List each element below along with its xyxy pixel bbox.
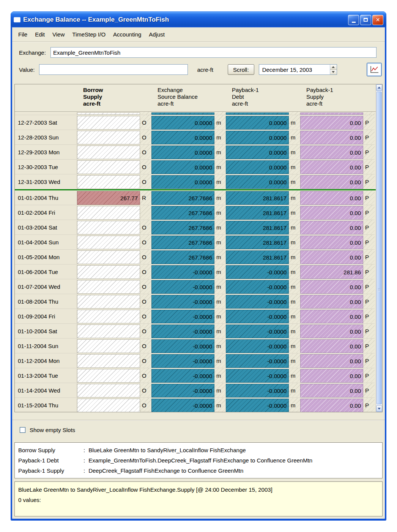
column-header-payback1-debt[interactable]: Payback-1 Debt acre-ft [226, 84, 300, 111]
payback1-supply-cell[interactable]: 0.00 [300, 384, 363, 397]
scroll-up-button[interactable] [376, 84, 382, 91]
row-date-header[interactable]: 01-01-2004 Thu [15, 190, 77, 205]
payback1-debt-cell[interactable]: -0.0000 [226, 325, 289, 338]
datetime-spin-up-button[interactable] [330, 65, 337, 70]
borrow-supply-cell[interactable] [77, 369, 140, 383]
row-date-header[interactable]: 01-03-2004 Sat [15, 220, 77, 235]
borrow-supply-cell[interactable] [77, 221, 140, 234]
row-date-header[interactable]: 01-14-2004 Wed [15, 383, 77, 398]
table-scrollbar[interactable] [376, 84, 382, 412]
payback1-debt-cell[interactable]: -0.0000 [226, 339, 289, 353]
payback1-debt-cell[interactable]: 281.8617 [226, 206, 289, 220]
exchange-input[interactable] [50, 47, 377, 58]
borrow-supply-cell[interactable] [77, 160, 140, 174]
menu-item-view[interactable]: View [49, 30, 68, 39]
exchange-source-balance-cell[interactable]: -0.0000 [151, 265, 214, 279]
exchange-source-balance-cell[interactable]: -0.0000 [151, 280, 214, 294]
plot-button[interactable] [367, 63, 382, 76]
row-date-header[interactable]: 12-28-2003 Sun [15, 130, 77, 145]
payback1-supply-cell[interactable]: 0.00 [300, 280, 363, 294]
borrow-supply-cell[interactable] [77, 399, 140, 412]
payback1-supply-cell[interactable]: 0.00 [300, 160, 363, 174]
exchange-source-balance-cell[interactable]: 267.7686 [151, 250, 214, 264]
exchange-source-balance-cell[interactable]: -0.0000 [151, 384, 214, 397]
row-date-header[interactable]: 01-06-2004 Tue [15, 264, 77, 279]
close-button[interactable]: ✕ [372, 15, 383, 25]
show-empty-slots-checkbox[interactable] [20, 427, 25, 433]
minimize-button[interactable] [348, 15, 359, 25]
exchange-source-balance-cell[interactable]: 0.0000 [151, 116, 214, 130]
row-date-header[interactable]: 12-30-2003 Tue [15, 160, 77, 174]
payback1-supply-cell[interactable]: 0.00 [300, 206, 363, 220]
payback1-debt-cell[interactable]: -0.0000 [226, 399, 289, 412]
borrow-supply-cell[interactable] [77, 206, 140, 220]
payback1-debt-cell[interactable]: 281.8617 [226, 191, 289, 205]
exchange-source-balance-cell[interactable]: -0.0000 [151, 339, 214, 353]
datetime-value[interactable]: December 15, 2003 [259, 65, 330, 74]
payback1-debt-cell[interactable]: -0.0000 [226, 369, 289, 383]
row-date-header[interactable]: 12-31-2003 Wed [15, 174, 77, 189]
exchange-source-balance-cell[interactable]: 0.0000 [151, 175, 214, 189]
payback1-supply-cell[interactable]: 0.00 [300, 339, 363, 353]
borrow-supply-cell[interactable] [77, 354, 140, 368]
payback1-supply-cell[interactable]: 0.00 [300, 131, 363, 144]
payback1-debt-cell[interactable]: -0.0000 [226, 295, 289, 309]
column-header-borrow-supply[interactable]: Borrow Supply acre-ft [77, 84, 151, 111]
menu-item-adjust[interactable]: Adjust [145, 30, 169, 39]
payback1-supply-cell[interactable]: 0.00 [300, 325, 363, 338]
payback1-debt-cell[interactable]: 0.0000 [226, 116, 289, 130]
scrollbar-thumb[interactable] [377, 92, 382, 404]
exchange-source-balance-cell[interactable]: 0.0000 [151, 131, 214, 144]
payback1-supply-cell[interactable]: 281.86 [300, 265, 363, 279]
exchange-source-balance-cell[interactable]: 267.7686 [151, 206, 214, 220]
exchange-source-balance-cell[interactable]: -0.0000 [151, 399, 214, 412]
borrow-supply-cell[interactable] [77, 280, 140, 294]
row-date-header[interactable]: 01-09-2004 Fri [15, 309, 77, 324]
exchange-source-balance-cell[interactable]: 0.0000 [151, 160, 214, 174]
payback1-debt-cell[interactable]: -0.0000 [226, 280, 289, 294]
row-date-header[interactable]: 01-15-2004 Thu [15, 398, 77, 412]
column-header-payback1-supply[interactable]: Payback-1 Supply acre-ft [300, 84, 375, 111]
payback1-debt-cell[interactable]: -0.0000 [226, 310, 289, 323]
scroll-down-button[interactable] [376, 405, 382, 412]
payback1-supply-cell[interactable]: 0.00 [300, 236, 363, 249]
exchange-source-balance-cell[interactable]: 0.0000 [151, 146, 214, 159]
menu-item-timestep-io[interactable]: TimeStep I/O [68, 30, 109, 39]
payback1-supply-cell[interactable]: 0.00 [300, 191, 363, 205]
borrow-supply-cell[interactable] [77, 295, 140, 309]
value-input[interactable] [39, 64, 188, 75]
exchange-source-balance-cell[interactable]: -0.0000 [151, 325, 214, 338]
borrow-supply-cell[interactable] [77, 384, 140, 397]
row-date-header[interactable]: 12-27-2003 Sat [15, 115, 77, 130]
payback1-supply-cell[interactable]: 0.00 [300, 354, 363, 368]
borrow-supply-cell[interactable] [77, 265, 140, 279]
row-date-header[interactable]: 12-29-2003 Mon [15, 145, 77, 160]
payback1-supply-cell[interactable]: 0.00 [300, 250, 363, 264]
payback1-debt-cell[interactable]: -0.0000 [226, 265, 289, 279]
exchange-source-balance-cell[interactable]: -0.0000 [151, 310, 214, 323]
row-date-header[interactable]: 01-12-2004 Mon [15, 353, 77, 368]
exchange-source-balance-cell[interactable]: -0.0000 [151, 295, 214, 309]
exchange-source-balance-cell[interactable]: 267.7686 [151, 191, 214, 205]
menu-item-accounting[interactable]: Accounting [109, 30, 145, 39]
row-date-header[interactable]: 01-05-2004 Mon [15, 250, 77, 264]
row-date-header[interactable]: 01-13-2004 Tue [15, 368, 77, 383]
borrow-supply-cell[interactable] [77, 325, 140, 338]
payback1-debt-cell[interactable]: 281.8617 [226, 236, 289, 249]
menu-item-file[interactable]: File [14, 30, 31, 39]
borrow-supply-cell[interactable] [77, 339, 140, 353]
menu-item-edit[interactable]: Edit [31, 30, 49, 39]
scroll-button[interactable]: Scroll: [228, 64, 254, 75]
row-date-header[interactable]: 01-08-2004 Thu [15, 294, 77, 309]
payback1-debt-cell[interactable]: 0.0000 [226, 146, 289, 159]
borrow-supply-cell[interactable] [77, 310, 140, 323]
borrow-supply-cell[interactable] [77, 250, 140, 264]
borrow-supply-cell[interactable]: 267.77 [77, 191, 140, 205]
maximize-button[interactable] [360, 15, 371, 25]
payback1-supply-cell[interactable]: 0.00 [300, 116, 363, 130]
payback1-supply-cell[interactable]: 0.00 [300, 369, 363, 383]
payback1-supply-cell[interactable]: 0.00 [300, 146, 363, 159]
payback1-debt-cell[interactable]: 0.0000 [226, 160, 289, 174]
exchange-source-balance-cell[interactable]: 267.7686 [151, 221, 214, 234]
row-date-header[interactable]: 01-02-2004 Fri [15, 205, 77, 220]
